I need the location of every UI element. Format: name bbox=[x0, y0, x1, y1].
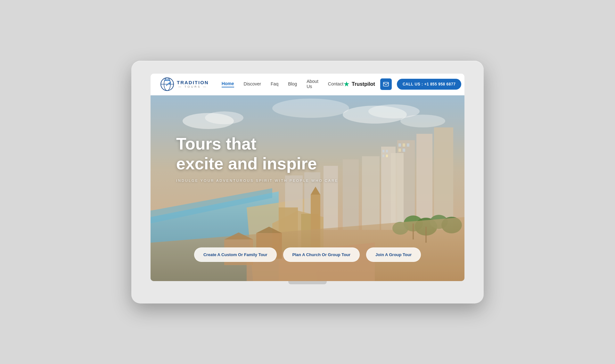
logo-subtitle: — TOURS — bbox=[177, 85, 209, 88]
nav-about[interactable]: About Us bbox=[307, 79, 318, 90]
nav-blog[interactable]: Blog bbox=[288, 81, 297, 87]
nav-faq[interactable]: Faq bbox=[271, 81, 278, 87]
hero-title: Tours that excite and inspire bbox=[176, 134, 336, 174]
trustpilot-star-icon: ★ bbox=[343, 80, 350, 88]
nav-contact[interactable]: Contact bbox=[328, 81, 343, 87]
laptop-frame: TRADITION — TOURS — Home Discover Faq Bl… bbox=[131, 61, 484, 303]
logo-text: TRADITION — TOURS — bbox=[177, 80, 209, 88]
mail-button[interactable] bbox=[380, 78, 392, 90]
nav-home[interactable]: Home bbox=[222, 81, 234, 87]
trustpilot[interactable]: ★ Trustpilot bbox=[343, 80, 375, 88]
navbar: TRADITION — TOURS — Home Discover Faq Bl… bbox=[151, 74, 464, 95]
mail-icon bbox=[383, 82, 389, 86]
hero-content: Tours that excite and inspire INDULGE YO… bbox=[176, 134, 338, 183]
laptop-notch bbox=[288, 281, 327, 284]
custom-tour-button[interactable]: Create A Custom Or Family Tour bbox=[194, 247, 277, 262]
nav-discover[interactable]: Discover bbox=[244, 81, 261, 87]
trustpilot-label: Trustpilot bbox=[352, 81, 375, 87]
call-button[interactable]: CALL US : +1 855 958 6877 bbox=[397, 79, 461, 90]
logo-title: TRADITION bbox=[177, 80, 209, 85]
church-tour-button[interactable]: Plan A Church Or Group Tour bbox=[283, 247, 360, 262]
logo-icon bbox=[160, 77, 174, 91]
group-tour-button[interactable]: Join A Group Tour bbox=[366, 247, 421, 262]
nav-right: ★ Trustpilot CALL US : +1 855 958 6877 bbox=[343, 78, 461, 90]
nav-links: Home Discover Faq Blog About Us Contact bbox=[222, 79, 343, 90]
hero-subtitle: INDULGE YOUR ADVENTUROUS SPIRIT WITH PEO… bbox=[176, 179, 338, 182]
hero-section: Tours that excite and inspire INDULGE YO… bbox=[151, 95, 464, 281]
laptop-screen: TRADITION — TOURS — Home Discover Faq Bl… bbox=[151, 74, 464, 281]
hero-buttons: Create A Custom Or Family Tour Plan A Ch… bbox=[151, 247, 464, 262]
logo[interactable]: TRADITION — TOURS — bbox=[160, 77, 209, 91]
svg-rect-3 bbox=[383, 82, 389, 86]
